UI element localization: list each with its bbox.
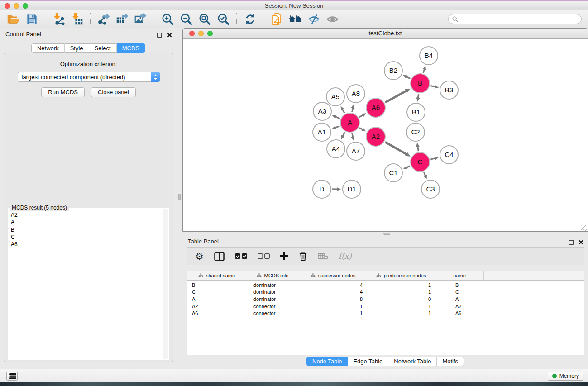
tab-mcds[interactable]: MCDS [117, 43, 145, 53]
cell-shared-name[interactable]: A6 [187, 310, 246, 316]
cell-predecessor-nodes[interactable]: 1 [367, 289, 435, 295]
criterion-dropdown[interactable]: largest connected component (directed) [18, 72, 160, 82]
deselect-all-icon[interactable] [258, 253, 270, 259]
graph-edge-B-B4[interactable] [423, 69, 425, 73]
cell-successor-nodes[interactable]: 8 [299, 296, 367, 302]
run-mcds-button[interactable]: Run MCDS [41, 87, 85, 97]
zoom-network-button[interactable] [207, 31, 213, 36]
cell-successor-nodes[interactable]: 4 [299, 289, 367, 295]
cell-name[interactable]: A2 [435, 304, 484, 309]
network-canvas[interactable]: AA1A2A3A4A5A6A7A8BB1B2B3B4CC1C2C3C4DD1 [183, 39, 588, 231]
open-session-icon[interactable] [5, 12, 21, 26]
search-input[interactable] [460, 16, 578, 22]
delete-icon[interactable] [299, 252, 307, 261]
export-network-icon[interactable] [96, 12, 111, 26]
graph-edge-C-C3[interactable] [424, 172, 425, 176]
graph-edge-B-B2[interactable] [406, 76, 410, 78]
gear-icon[interactable]: ⚙ [195, 252, 204, 261]
cell-predecessor-nodes[interactable]: 1 [367, 310, 435, 316]
graph-node-A1[interactable]: A1 [313, 123, 331, 141]
graph-node-B4[interactable]: B4 [420, 47, 438, 65]
cell-name[interactable]: A6 [435, 310, 484, 316]
tab-select[interactable]: Select [89, 43, 117, 53]
add-column-icon[interactable] [280, 252, 288, 260]
close-panel-icon[interactable] [167, 31, 172, 39]
tab-network-table[interactable]: Network Table [388, 357, 437, 366]
graph-edge-C-C1[interactable] [406, 166, 410, 167]
graph-node-A8[interactable]: A8 [347, 85, 365, 103]
graph-node-A3[interactable]: A3 [313, 102, 331, 120]
zoom-fit-icon[interactable] [197, 12, 212, 26]
graph-edge-B-B1[interactable] [418, 94, 418, 99]
cell-MCDS-role[interactable]: connector [246, 304, 299, 309]
refresh-layout-icon[interactable] [242, 12, 258, 26]
export-image-icon[interactable] [133, 12, 148, 26]
column-header-predecessor-nodes[interactable]: predecessor nodes [367, 271, 435, 280]
import-network-icon[interactable] [51, 12, 66, 26]
tab-style[interactable]: Style [65, 43, 89, 53]
scrollbar[interactable] [163, 209, 168, 359]
close-panel-button[interactable]: Close panel [91, 87, 136, 97]
graph-node-C4[interactable]: C4 [440, 146, 458, 164]
cell-successor-nodes[interactable]: 1 [299, 304, 367, 309]
zoom-window-button[interactable] [23, 3, 28, 9]
zoom-out-icon[interactable] [178, 12, 194, 26]
cell-MCDS-role[interactable]: dominator [246, 282, 299, 288]
graph-node-C3[interactable]: C3 [421, 180, 440, 198]
graph-node-A6[interactable]: A6 [366, 98, 385, 117]
table-row[interactable]: A2connector11A2 [187, 303, 584, 310]
minimize-network-button[interactable] [198, 31, 204, 36]
cell-predecessor-nodes[interactable]: 1 [367, 282, 435, 288]
cell-name[interactable]: A [435, 296, 484, 302]
resize-grip[interactable] [581, 225, 587, 231]
table-row[interactable]: Adominator80A [187, 295, 584, 303]
graph-edge-A-A8[interactable] [352, 107, 353, 112]
graph-node-D[interactable]: D [313, 180, 331, 198]
graph-node-A5[interactable]: A5 [326, 88, 344, 106]
graph-node-C1[interactable]: C1 [384, 164, 402, 182]
cell-successor-nodes[interactable]: 4 [299, 282, 367, 288]
show-selected-icon[interactable] [325, 12, 340, 26]
graph-edge-A-A3[interactable] [335, 117, 340, 119]
tab-motifs[interactable]: Motifs [437, 357, 464, 366]
memory-button[interactable]: Memory [548, 372, 583, 381]
cell-MCDS-role[interactable]: dominator [246, 296, 299, 302]
task-history-button[interactable] [6, 372, 18, 381]
import-table-icon[interactable] [69, 12, 85, 26]
column-header-MCDS-role[interactable]: MCDS role [246, 271, 299, 280]
cell-MCDS-role[interactable]: connector [246, 310, 299, 316]
mcds-result-item[interactable]: A [9, 219, 163, 226]
graph-edge-A-A2[interactable] [359, 128, 363, 129]
graph-node-D1[interactable]: D1 [343, 180, 361, 198]
select-all-icon[interactable] [235, 253, 247, 259]
graph-edge-C-C2[interactable] [418, 146, 419, 152]
cell-name[interactable]: B [435, 282, 484, 288]
graph-node-C[interactable]: C [411, 152, 430, 172]
zoom-in-icon[interactable] [160, 12, 175, 26]
cell-shared-name[interactable]: A2 [187, 304, 246, 309]
split-table-icon[interactable] [214, 252, 225, 261]
graph-edge-C-C4[interactable] [430, 158, 435, 160]
mcds-result-item[interactable]: B [9, 226, 163, 234]
graph-node-B3[interactable]: B3 [440, 81, 458, 99]
zoom-selected-icon[interactable] [215, 12, 231, 26]
splitter-handle[interactable] [178, 194, 181, 200]
tab-node-table[interactable]: Node Table [306, 357, 348, 366]
graph-edge-A-A4[interactable] [343, 132, 345, 136]
graph-edge-A-A1[interactable] [335, 126, 339, 128]
cell-name[interactable]: C [435, 289, 484, 295]
cell-predecessor-nodes[interactable]: 0 [367, 296, 435, 302]
function-builder-icon[interactable]: f(x) [339, 252, 352, 261]
cell-shared-name[interactable]: C [187, 289, 246, 295]
column-header-successor-nodes[interactable]: successor nodes [299, 271, 367, 280]
close-network-button[interactable] [189, 31, 195, 36]
graph-node-A[interactable]: A [340, 113, 359, 132]
float-panel-icon[interactable] [569, 238, 574, 247]
graph-node-A7[interactable]: A7 [347, 142, 365, 160]
tab-network[interactable]: Network [31, 43, 65, 53]
graph-edge-A6-B[interactable] [385, 91, 406, 102]
mcds-result-item[interactable]: A2 [9, 211, 163, 219]
graph-edge-A-A7[interactable] [352, 133, 353, 138]
open-session-new-window-icon[interactable] [269, 12, 284, 26]
mcds-result-item[interactable]: C [9, 234, 163, 241]
